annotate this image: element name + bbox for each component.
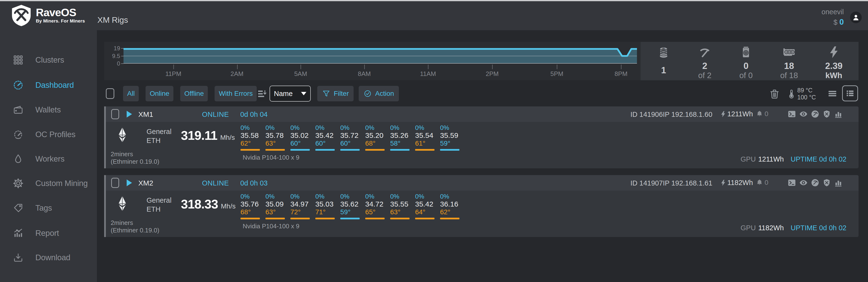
sort-select[interactable]: Name [270, 85, 311, 102]
balance-currency: $ [834, 19, 837, 26]
chevron-down-icon [301, 92, 306, 95]
hashrate-area-chart [124, 48, 637, 64]
list-view-icon [845, 88, 855, 99]
chart-bars-icon[interactable] [834, 110, 843, 118]
action-button[interactable]: Action [359, 86, 399, 101]
eye-icon[interactable] [799, 178, 808, 187]
gpu-hashrate: 35.62 [340, 200, 361, 208]
gpu-hashrate: 35.42 [315, 131, 336, 140]
filter-all-button[interactable]: All [123, 86, 139, 101]
rig-checkbox[interactable] [111, 109, 119, 119]
sidebar-item-clusters[interactable]: Clusters [12, 54, 64, 66]
x-axis-label: 8PM [607, 70, 636, 78]
sidebar-item-dashboard[interactable]: Dashboard [12, 79, 74, 91]
thermometer-icon[interactable] [786, 87, 796, 101]
funnel-icon [322, 90, 330, 98]
bell-icon [755, 110, 764, 118]
filter-button[interactable]: Filter [317, 86, 353, 101]
sidebar-item-workers[interactable]: Workers [12, 153, 64, 165]
expand-play-icon[interactable] [127, 179, 132, 186]
filter-button-label: Filter [334, 90, 349, 98]
stat-sub: of 0 [739, 71, 753, 80]
raveos-logo[interactable]: RaveOS By Miners. For Miners [11, 4, 85, 26]
terminal-icon[interactable] [787, 178, 796, 187]
bell-icon [755, 178, 764, 187]
download-icon [12, 252, 24, 263]
gpu-temp-bar [440, 149, 459, 151]
sidebar-item-wallets[interactable]: Wallets [12, 104, 61, 116]
footer-power-value: 1211Wh [758, 155, 784, 163]
filter-offline-button[interactable]: Offline [180, 86, 208, 101]
gpu-temp-bar [440, 218, 459, 219]
rig-miner: 2miners [111, 150, 159, 158]
y-axis-label: 19 [107, 45, 120, 51]
filter-with-errors-button[interactable]: With Errors [215, 86, 257, 101]
gpu-temp-bar [365, 218, 384, 219]
wallet-icon [12, 104, 24, 115]
droplet-icon [12, 153, 24, 165]
x-axis-tick [301, 65, 301, 69]
sort-icon[interactable] [257, 88, 268, 99]
sidebar-item-label: OC Profiles [35, 130, 75, 139]
y-axis-tick [121, 56, 124, 56]
y-axis-label: 0 [107, 61, 120, 67]
trash-icon[interactable] [769, 88, 780, 99]
energy-bolt-icon [827, 45, 841, 59]
x-axis-label: 2PM [477, 70, 507, 78]
stat-value: 18 [784, 61, 794, 71]
temp-range[interactable]: 89 °C 100 °C [797, 87, 816, 101]
x-axis-tick [174, 65, 174, 69]
terminal-icon[interactable] [787, 110, 796, 118]
rig-header: XM1 ONLINE 0d 0h 04 ID 141906 IP 192.168… [106, 106, 859, 122]
logo-text: RaveOS By Miners. For Miners [36, 7, 85, 24]
gpu-column: 0% 35.72 60° [340, 122, 361, 151]
eye-icon[interactable] [799, 110, 808, 118]
rig-footer: GPU 1182Wh UPTIME 0d 0h 02 [741, 224, 846, 232]
sidebar-item-custom-mining[interactable]: Custom Mining [12, 178, 88, 189]
rig-name: XM2 [138, 179, 153, 187]
gpu-load: 0% [290, 193, 311, 200]
gpu-temp: 63° [266, 140, 286, 147]
bolt-icon [719, 179, 727, 186]
stats-panel: B 1 2 of 2 0 of 0 18 of 18 2.39 kWh [641, 42, 859, 80]
gpu-load: 0% [415, 124, 436, 131]
gpu-column: 0% 35.03 71° [315, 190, 336, 219]
gpu-hashrate: 35.55 [390, 200, 411, 208]
gpu-temp: 59° [340, 208, 361, 216]
sidebar-item-oc-profiles[interactable]: OC Profiles [12, 129, 75, 140]
gpu-temp-bar [315, 149, 335, 151]
hamburger-menu-icon[interactable] [827, 89, 838, 99]
sidebar-item-report[interactable]: Report [12, 227, 59, 239]
filter-online-button[interactable]: Online [146, 86, 174, 101]
filter-buttons: AllOnlineOfflineWith Errors [123, 86, 257, 101]
speedometer-icon [12, 79, 24, 91]
select-all-checkbox[interactable] [106, 88, 114, 99]
gpu-temp-bar [241, 218, 260, 219]
expand-play-icon[interactable] [127, 111, 132, 117]
rig-alarms[interactable]: 0 [755, 178, 769, 187]
rig-power-value: 1182Wh [727, 179, 753, 187]
sidebar-item-tags[interactable]: Tags [12, 202, 52, 214]
pickaxe-icon [698, 45, 712, 59]
gpu-hashrate: 35.59 [440, 131, 461, 140]
chart-bars-icon[interactable] [834, 178, 843, 187]
username: oneevil [822, 8, 844, 16]
shield-pickaxes-icon[interactable] [822, 110, 831, 118]
sidebar-item-label: Custom Mining [35, 179, 88, 188]
rig-alarms[interactable]: 0 [755, 110, 769, 118]
sidebar-item-download[interactable]: Download [12, 252, 70, 263]
shield-pickaxes-icon[interactable] [822, 178, 831, 187]
pickaxe-circle-icon[interactable] [811, 178, 819, 187]
list-view-toggle[interactable] [842, 85, 858, 101]
stat-value: 1 [661, 66, 666, 75]
footer-power-label: GPU [741, 224, 756, 232]
rig-checkbox[interactable] [111, 178, 119, 188]
user-avatar[interactable] [850, 11, 862, 23]
x-axis-tick [237, 65, 238, 69]
alarm-count: 0 [765, 179, 769, 186]
pickaxe-circle-icon[interactable] [811, 110, 819, 118]
gpu-hashrate: 35.03 [315, 200, 336, 208]
filter-button-label: With Errors [219, 90, 253, 98]
sidebar-item-label: Clusters [35, 56, 64, 65]
footer-power-label: GPU [741, 155, 756, 163]
